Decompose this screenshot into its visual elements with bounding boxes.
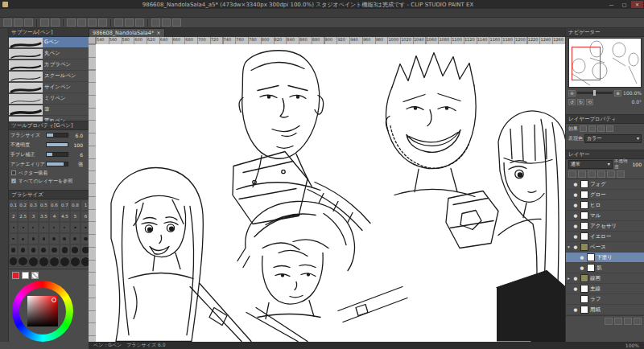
property-slider[interactable]: [46, 152, 68, 157]
command-icon[interactable]: [40, 18, 49, 27]
command-icon[interactable]: [114, 18, 123, 27]
property-slider[interactable]: [46, 133, 68, 138]
command-icon[interactable]: [110, 19, 111, 27]
tab-close-icon[interactable]: ×: [156, 29, 160, 37]
brush-size-cell[interactable]: [70, 222, 80, 233]
brush-size-cell[interactable]: 0.6: [49, 199, 60, 211]
zoom-slider-knob[interactable]: [593, 90, 596, 96]
zoom-out-icon[interactable]: ⊖: [568, 90, 576, 96]
brush-size-cell[interactable]: [28, 233, 39, 244]
checkbox[interactable]: ✓: [11, 179, 16, 183]
tool-icon[interactable]: [0, 143, 9, 154]
layer-row[interactable]: 下塗り: [566, 253, 644, 263]
subtool-item[interactable]: スクールペン: [9, 71, 89, 82]
brush-size-cell[interactable]: [39, 244, 49, 256]
zoom-in-icon[interactable]: ⊕: [614, 90, 621, 96]
command-icon[interactable]: [24, 18, 33, 27]
visibility-eye-icon[interactable]: [572, 182, 579, 187]
brush-size-cell[interactable]: [60, 244, 70, 256]
brush-size-cell[interactable]: [39, 222, 49, 233]
brush-size-cell[interactable]: [28, 244, 39, 256]
brush-size-cell[interactable]: 4: [49, 211, 60, 222]
brush-size-cell[interactable]: [9, 256, 18, 267]
tool-icon[interactable]: [0, 164, 9, 174]
effect-extract-icon[interactable]: [597, 125, 605, 132]
brush-size-cell[interactable]: [9, 233, 18, 244]
command-icon[interactable]: [147, 19, 148, 27]
tool-icon[interactable]: [0, 101, 9, 112]
layer-row[interactable]: マル: [566, 211, 644, 221]
brush-size-header[interactable]: ブラシサイズ: [9, 191, 89, 199]
visibility-eye-icon[interactable]: [572, 203, 579, 207]
brush-size-cell[interactable]: 2.5: [18, 211, 27, 222]
brush-size-cell[interactable]: 3.5: [39, 211, 49, 222]
layer-row[interactable]: 主線: [566, 284, 644, 294]
checkbox-row[interactable]: ✓ すべてのレイヤーを参照: [9, 177, 89, 185]
brush-size-cell[interactable]: [18, 222, 27, 233]
rotate-right-icon[interactable]: ↻: [577, 99, 584, 105]
visibility-eye-icon[interactable]: [572, 224, 579, 228]
layer-row[interactable]: ベース: [566, 242, 644, 253]
layer-footer-icon[interactable]: [605, 318, 613, 325]
command-icon[interactable]: [98, 18, 107, 27]
layer-toolbar-icon[interactable]: [617, 170, 625, 178]
brush-size-cell[interactable]: 5: [70, 211, 80, 222]
saturation-value-square[interactable]: [27, 296, 58, 326]
brush-size-cell[interactable]: [9, 244, 18, 256]
layer-panel-header[interactable]: レイヤー: [566, 150, 644, 159]
brush-size-cell[interactable]: [60, 233, 70, 244]
tool-icon[interactable]: [0, 133, 9, 143]
tool-icon[interactable]: [0, 154, 9, 164]
checkbox[interactable]: [11, 170, 16, 175]
brush-size-cell[interactable]: [28, 222, 39, 233]
sub-color-chip[interactable]: [22, 272, 29, 279]
brush-size-cell[interactable]: [49, 244, 60, 256]
subtool-panel-header[interactable]: サブツール[ペン]: [9, 28, 89, 37]
subtool-item[interactable]: 丸ペン: [9, 48, 89, 60]
subtool-item[interactable]: 筆: [9, 105, 89, 116]
brush-size-cell[interactable]: [9, 222, 18, 233]
property-value[interactable]: 6: [68, 152, 83, 158]
brush-size-cell[interactable]: 2: [9, 211, 18, 222]
layer-row[interactable]: 肌: [566, 263, 644, 273]
brush-size-cell[interactable]: [70, 244, 80, 256]
tool-icon[interactable]: [0, 112, 9, 122]
navigator-view-rect[interactable]: [572, 47, 601, 80]
brush-size-cell[interactable]: [70, 233, 80, 244]
layer-footer-icon[interactable]: [634, 318, 642, 325]
command-icon[interactable]: [77, 18, 86, 27]
brush-size-cell[interactable]: 4.5: [60, 211, 70, 222]
command-icon[interactable]: [125, 18, 134, 27]
visibility-eye-icon[interactable]: [572, 286, 579, 291]
tool-icon[interactable]: [0, 28, 9, 39]
subtool-item[interactable]: カブラペン: [9, 60, 89, 71]
reset-view-icon[interactable]: ⟲: [586, 99, 593, 105]
brush-size-cell[interactable]: [70, 256, 80, 267]
effect-tone-icon[interactable]: [588, 125, 596, 132]
layer-row[interactable]: フォグ: [566, 179, 644, 190]
brush-size-cell[interactable]: 0.1: [9, 199, 18, 211]
layer-row[interactable]: ラフ: [566, 294, 644, 305]
zoom-slider[interactable]: [577, 92, 613, 94]
visibility-eye-icon[interactable]: [572, 276, 579, 281]
command-icon[interactable]: [172, 18, 181, 27]
layer-footer-icon[interactable]: [624, 318, 632, 325]
tool-icon[interactable]: [0, 70, 9, 80]
command-icon[interactable]: [14, 18, 23, 27]
property-value[interactable]: 6.0: [68, 133, 83, 138]
command-icon[interactable]: [135, 18, 144, 27]
transparent-color-chip[interactable]: [31, 272, 39, 279]
tool-icon[interactable]: [0, 91, 9, 101]
layer-footer-icon[interactable]: [614, 318, 622, 325]
brush-size-cell[interactable]: 3: [28, 211, 39, 222]
blend-mode-dropdown[interactable]: 通常 ▾: [568, 160, 613, 169]
brush-size-cell[interactable]: [60, 222, 70, 233]
brush-size-cell[interactable]: [49, 222, 60, 233]
command-icon[interactable]: [36, 19, 37, 27]
subtool-item[interactable]: ミリペン: [9, 93, 89, 105]
command-icon[interactable]: [151, 18, 160, 27]
property-slider[interactable]: [46, 142, 68, 147]
visibility-eye-icon[interactable]: [572, 192, 579, 197]
brush-size-cell[interactable]: [18, 244, 27, 256]
brush-size-cell[interactable]: 0.5: [39, 199, 49, 211]
